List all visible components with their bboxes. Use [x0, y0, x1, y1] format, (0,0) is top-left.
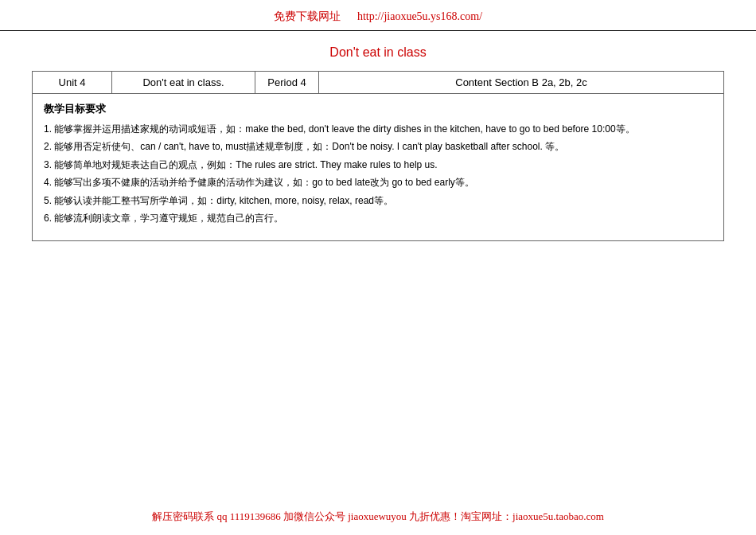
table-row: Unit 4 Don't eat in class. Period 4 Cont… — [33, 72, 724, 94]
objectives-title: 教学目标要求 — [44, 102, 712, 116]
objective-5: 5. 能够认读并能工整书写所学单词，如：dirty, kitchen, more… — [44, 193, 712, 209]
banner-label: 免费下载网址 — [274, 10, 341, 22]
title-section: Don't eat in class — [0, 31, 756, 71]
objective-4: 4. 能够写出多项不健康的活动并给予健康的活动作为建议，如：go to bed … — [44, 174, 712, 190]
objectives-box: 教学目标要求 1. 能够掌握并运用描述家规的动词或短语，如：make the b… — [32, 94, 724, 241]
banner-url[interactable]: http://jiaoxue5u.ys168.com/ — [357, 10, 482, 22]
objective-1: 1. 能够掌握并运用描述家规的动词或短语，如：make the bed, don… — [44, 121, 712, 137]
title-cell: Don't eat in class. — [112, 72, 255, 94]
objective-2: 2. 能够用否定祈使句、can / can't, have to, must描述… — [44, 139, 712, 154]
top-banner: 免费下载网址 http://jiaoxue5u.ys168.com/ — [0, 0, 756, 31]
content-area: Unit 4 Don't eat in class. Period 4 Cont… — [0, 71, 756, 535]
lesson-table: Unit 4 Don't eat in class. Period 4 Cont… — [32, 71, 724, 94]
unit-cell: Unit 4 — [33, 72, 112, 94]
main-title: Don't eat in class — [329, 45, 426, 59]
period-cell: Period 4 — [255, 72, 319, 94]
objective-3: 3. 能够简单地对规矩表达自己的观点，例如：The rules are stri… — [44, 157, 712, 173]
objective-6: 6. 能够流利朗读文章，学习遵守规矩，规范自己的言行。 — [44, 210, 712, 226]
footer-banner: 解压密码联系 qq 1119139686 加微信公众号 jiaoxuewuyou… — [0, 502, 756, 535]
page-container: 免费下载网址 http://jiaoxue5u.ys168.com/ Don't… — [0, 0, 756, 535]
content-cell: Content Section B 2a, 2b, 2c — [319, 72, 724, 94]
footer-text: 解压密码联系 qq 1119139686 加微信公众号 jiaoxuewuyou… — [152, 510, 604, 522]
